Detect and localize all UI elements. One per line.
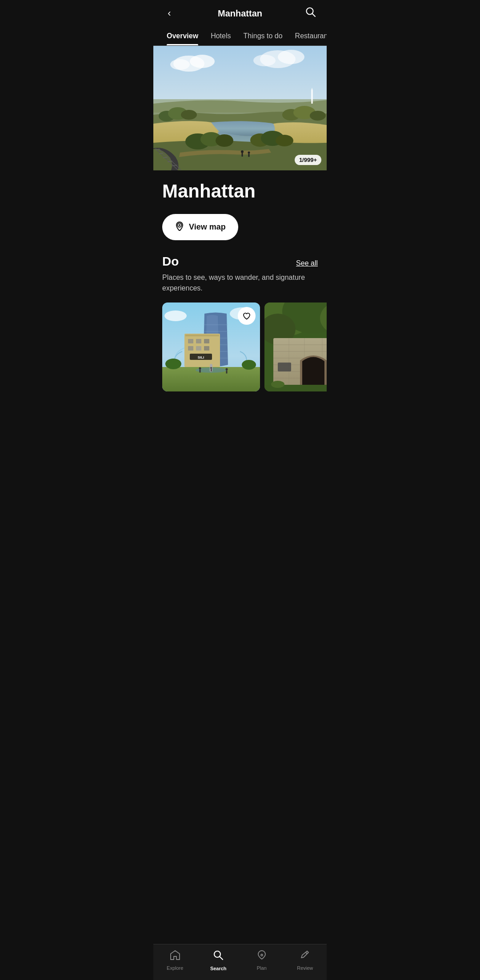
svg-point-61 (226, 368, 228, 371)
activity-cards-row: SILI (153, 302, 327, 391)
svg-point-29 (170, 59, 190, 70)
svg-rect-49 (204, 339, 209, 343)
activity-card-2[interactable]: INSECT ZOO (264, 302, 327, 391)
tab-overview[interactable]: Overview (160, 27, 204, 45)
image-counter: 1/999+ (295, 155, 321, 165)
svg-point-98 (271, 381, 284, 388)
svg-point-63 (210, 367, 212, 369)
card-1-favorite-button[interactable] (238, 307, 256, 325)
svg-rect-26 (248, 154, 250, 157)
svg-point-65 (164, 311, 187, 321)
svg-point-6 (181, 110, 197, 120)
svg-rect-51 (196, 346, 201, 351)
svg-point-9 (310, 111, 326, 121)
svg-point-59 (199, 367, 201, 370)
svg-point-25 (248, 152, 250, 154)
tabs-container: Overview Hotels Things to do Restaurants (153, 27, 327, 46)
svg-rect-60 (200, 370, 201, 373)
do-section-title: Do (162, 254, 179, 269)
svg-rect-52 (204, 346, 209, 351)
map-pin-icon (175, 221, 184, 233)
svg-point-58 (242, 360, 256, 370)
search-button[interactable] (304, 6, 318, 20)
do-section-header: Do See all (162, 254, 318, 269)
activity-card-1[interactable]: SILI (162, 302, 260, 391)
tab-hotels[interactable]: Hotels (204, 27, 237, 45)
svg-text:SILI: SILI (198, 355, 204, 359)
svg-line-1 (312, 14, 316, 17)
svg-rect-95 (278, 363, 291, 371)
svg-point-28 (190, 55, 215, 68)
back-button[interactable]: ‹ (162, 8, 176, 19)
see-all-link[interactable]: See all (296, 259, 318, 267)
header-title: Manhattan (176, 8, 304, 19)
svg-point-57 (165, 359, 181, 369)
view-map-label: View map (189, 222, 226, 232)
svg-point-22 (276, 135, 293, 146)
city-name: Manhattan (162, 181, 318, 202)
svg-point-31 (278, 50, 304, 64)
svg-rect-46 (185, 335, 219, 336)
svg-rect-48 (196, 339, 201, 343)
svg-rect-64 (211, 369, 212, 371)
svg-point-23 (241, 150, 244, 153)
svg-point-36 (179, 224, 180, 226)
hero-image[interactable]: 1/999+ (153, 46, 327, 170)
svg-rect-33 (311, 90, 313, 104)
svg-point-19 (216, 134, 233, 147)
tab-restaurants[interactable]: Restaurants (289, 27, 327, 45)
content-area: Manhattan View map Do See all Places to … (153, 170, 327, 436)
header: ‹ Manhattan (153, 0, 327, 27)
do-section-description: Places to see, ways to wander, and signa… (162, 272, 318, 294)
svg-rect-62 (226, 371, 228, 374)
svg-point-32 (253, 55, 276, 66)
tab-things-to-do[interactable]: Things to do (237, 27, 289, 45)
svg-rect-50 (188, 346, 193, 351)
view-map-button[interactable]: View map (162, 214, 238, 240)
svg-rect-47 (188, 339, 193, 343)
svg-rect-24 (242, 153, 243, 157)
